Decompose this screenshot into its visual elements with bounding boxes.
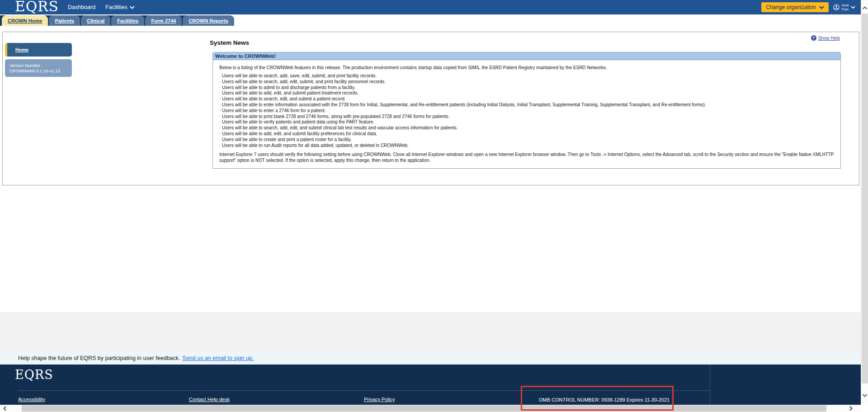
- tabs: CROWN Home Patients Clinical Facilities …: [2, 15, 234, 26]
- content-panel: ? Show Help Home Version Number : CROWNW…: [2, 32, 859, 185]
- feature-item: Users will be able to search, add, edit,…: [219, 125, 835, 131]
- tab-crown-reports[interactable]: CROWN Reports: [183, 15, 234, 26]
- tab-patients[interactable]: Patients: [49, 15, 80, 26]
- user-first-name: June: [841, 3, 849, 7]
- chevron-down-icon: [819, 6, 824, 9]
- feature-item: Users will be able to search, add, save,…: [219, 73, 835, 79]
- tab-strip: CROWN Home Patients Clinical Facilities …: [0, 15, 198, 26]
- change-organization-label: Change organization: [766, 4, 816, 10]
- user-menu[interactable]: June Tran: [833, 2, 855, 13]
- scroll-up-icon[interactable]: [862, 5, 868, 11]
- horizontal-scrollbar-thumb[interactable]: [22, 405, 826, 412]
- feature-item: Users will be able to search, edit, and …: [219, 96, 835, 102]
- chevron-down-icon: [130, 6, 135, 9]
- feature-item: Users will be able to search, add, edit,…: [219, 79, 835, 85]
- footer-divider: [18, 390, 710, 391]
- version-number-box: Version Number : CROWNWeb 5.1.10-v1.13: [5, 59, 72, 77]
- feedback-email-link[interactable]: Send us an email to sign up.: [183, 355, 254, 361]
- scroll-down-icon[interactable]: [862, 393, 868, 398]
- page-title: System News: [210, 39, 249, 46]
- nav-dashboard[interactable]: Dashboard: [68, 4, 95, 10]
- feature-item: Users will be able to run Audit reports …: [219, 143, 835, 149]
- release-intro-text: Below is a listing of the CROWNWeb featu…: [219, 65, 835, 71]
- lower-gray-band: [0, 312, 861, 351]
- tab-facilities[interactable]: Facilities: [111, 15, 144, 26]
- feature-list: Users will be able to search, add, save,…: [219, 73, 835, 148]
- show-help-label: Show Help: [818, 36, 840, 41]
- sidebar-item-home[interactable]: Home: [5, 43, 72, 57]
- tab-clinical[interactable]: Clinical: [81, 15, 110, 26]
- welcome-panel-body: Below is a listing of the CROWNWeb featu…: [213, 60, 840, 163]
- feature-item: Users will be able to print blank 2728 a…: [219, 114, 835, 120]
- show-help-link[interactable]: ? Show Help: [811, 35, 840, 41]
- feature-item: Users will be able to enter information …: [219, 102, 835, 108]
- footer-link-privacy-policy[interactable]: Privacy Policy: [364, 397, 395, 402]
- feature-item: Users will be able to add, edit, and sub…: [219, 90, 835, 96]
- top-nav: Dashboard Facilities: [68, 0, 135, 14]
- omb-control-number: OMB CONTROL NUMBER: 0938-1289 Expires 11…: [539, 397, 670, 403]
- horizontal-scrollbar[interactable]: [0, 405, 861, 412]
- change-organization-button[interactable]: Change organization: [761, 2, 829, 12]
- user-last-name: Tran: [841, 7, 849, 11]
- sidebar-home-label: Home: [15, 47, 28, 52]
- tab-form-2744[interactable]: Form 2744: [145, 15, 182, 26]
- scroll-right-icon[interactable]: [848, 406, 854, 411]
- feature-item: Users will be able to add, edit, and sub…: [219, 131, 835, 137]
- ie7-note-text: Internet Explorer 7 users should verify …: [219, 152, 835, 163]
- vertical-scrollbar-thumb[interactable]: [862, 14, 868, 384]
- feature-item: Users will be able to enter a 2746 form …: [219, 108, 835, 114]
- feature-item: Users will be able to create and print a…: [219, 137, 835, 143]
- welcome-panel-title: Welcome to CROWNWeb!: [213, 52, 840, 60]
- nav-dashboard-label: Dashboard: [68, 4, 95, 10]
- feature-item: Users will be able to admit to and disch…: [219, 85, 835, 91]
- scroll-left-icon[interactable]: [2, 406, 8, 411]
- chevron-down-icon: [851, 6, 855, 9]
- eqrs-header-logo: EQRS: [15, 0, 59, 14]
- tab-crown-home[interactable]: CROWN Home: [2, 15, 48, 26]
- footer-link-contact-help-desk[interactable]: Contact Help desk: [189, 397, 230, 402]
- vertical-scrollbar[interactable]: [861, 0, 868, 405]
- footer-vertical-divider: [710, 365, 710, 405]
- feedback-text: Help shape the future of EQRS by partici…: [18, 355, 180, 361]
- eqrs-crownweb-page: EQRS Dashboard Facilities Change organiz…: [0, 0, 868, 412]
- footer-link-accessibility[interactable]: Accessibility: [18, 397, 45, 402]
- nav-facilities-label: Facilities: [105, 4, 127, 10]
- welcome-panel: Welcome to CROWNWeb! Below is a listing …: [212, 52, 841, 169]
- feature-item: Users will be able to verify patients an…: [219, 119, 835, 125]
- feedback-bar: Help shape the future of EQRS by partici…: [0, 351, 861, 365]
- user-name: June Tran: [841, 3, 849, 11]
- help-icon: ?: [811, 35, 816, 41]
- user-avatar-icon: [833, 4, 840, 10]
- top-header: EQRS Dashboard Facilities Change organiz…: [0, 0, 861, 14]
- nav-facilities[interactable]: Facilities: [105, 4, 135, 10]
- eqrs-footer-logo: EQRS: [15, 368, 53, 382]
